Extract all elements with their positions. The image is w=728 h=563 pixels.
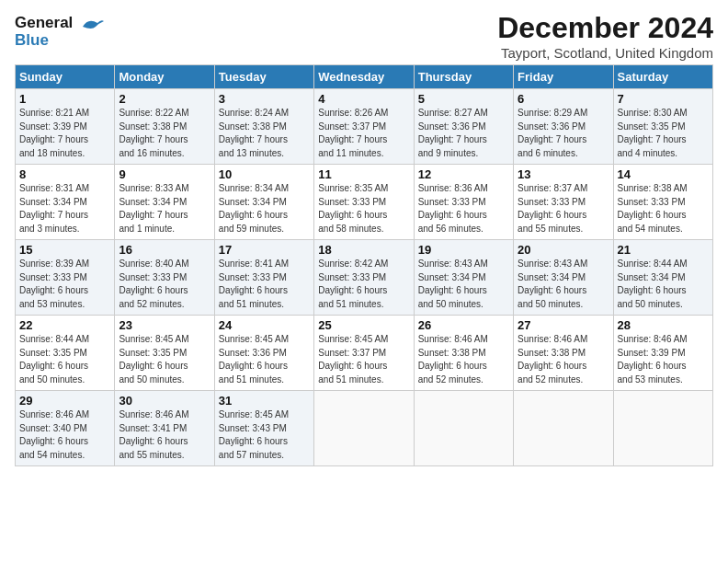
day-number: 26: [418, 318, 509, 332]
day-info: Sunrise: 8:45 AM Sunset: 3:43 PM Dayligh…: [219, 408, 310, 462]
day-info: Sunrise: 8:34 AM Sunset: 3:34 PM Dayligh…: [219, 182, 310, 236]
day-number: 13: [518, 167, 609, 181]
day-info: Sunrise: 8:26 AM Sunset: 3:37 PM Dayligh…: [318, 107, 409, 160]
day-cell: 25Sunrise: 8:45 AM Sunset: 3:37 PM Dayli…: [314, 316, 414, 391]
day-cell: 11Sunrise: 8:35 AM Sunset: 3:33 PM Dayli…: [314, 165, 414, 240]
day-number: 12: [418, 167, 509, 181]
day-number: 2: [119, 92, 210, 106]
day-info: Sunrise: 8:29 AM Sunset: 3:36 PM Dayligh…: [518, 107, 609, 160]
day-cell: 26Sunrise: 8:46 AM Sunset: 3:38 PM Dayli…: [414, 316, 513, 391]
day-info: Sunrise: 8:45 AM Sunset: 3:36 PM Dayligh…: [219, 333, 310, 386]
day-number: 7: [618, 92, 709, 106]
title-block: December 2024 Tayport, Scotland, United …: [497, 11, 713, 61]
day-number: 3: [219, 92, 310, 106]
main-container: General Blue December 2024 Tayport, Scot…: [0, 0, 728, 474]
day-cell: 10Sunrise: 8:34 AM Sunset: 3:34 PM Dayli…: [214, 165, 313, 240]
logo: General Blue: [15, 15, 105, 49]
day-info: Sunrise: 8:35 AM Sunset: 3:33 PM Dayligh…: [318, 182, 409, 236]
day-cell: 23Sunrise: 8:45 AM Sunset: 3:35 PM Dayli…: [115, 316, 214, 391]
day-info: Sunrise: 8:40 AM Sunset: 3:33 PM Dayligh…: [119, 258, 210, 311]
day-info: Sunrise: 8:43 AM Sunset: 3:34 PM Dayligh…: [418, 258, 509, 311]
location-subtitle: Tayport, Scotland, United Kingdom: [497, 45, 713, 61]
day-cell: 15Sunrise: 8:39 AM Sunset: 3:33 PM Dayli…: [16, 240, 115, 316]
day-info: Sunrise: 8:21 AM Sunset: 3:39 PM Dayligh…: [19, 107, 110, 160]
day-cell: 6Sunrise: 8:29 AM Sunset: 3:36 PM Daylig…: [514, 89, 613, 165]
week-row-5: 29Sunrise: 8:46 AM Sunset: 3:40 PM Dayli…: [16, 391, 713, 466]
day-number: 1: [19, 92, 110, 106]
month-title: December 2024: [497, 11, 713, 45]
day-cell: 22Sunrise: 8:44 AM Sunset: 3:35 PM Dayli…: [16, 316, 115, 391]
col-thursday: Thursday: [414, 65, 513, 89]
day-info: Sunrise: 8:44 AM Sunset: 3:34 PM Dayligh…: [618, 258, 709, 311]
day-info: Sunrise: 8:39 AM Sunset: 3:33 PM Dayligh…: [19, 258, 110, 311]
day-number: 29: [19, 394, 110, 408]
day-number: 21: [618, 243, 709, 257]
col-saturday: Saturday: [613, 65, 712, 89]
day-cell: 28Sunrise: 8:46 AM Sunset: 3:39 PM Dayli…: [613, 316, 712, 391]
day-number: 6: [518, 92, 609, 106]
header: General Blue December 2024 Tayport, Scot…: [15, 11, 713, 61]
day-number: 4: [318, 92, 409, 106]
day-number: 17: [219, 243, 310, 257]
day-info: Sunrise: 8:46 AM Sunset: 3:38 PM Dayligh…: [518, 333, 609, 386]
day-number: 27: [518, 318, 609, 332]
day-number: 16: [119, 243, 210, 257]
day-number: 25: [318, 318, 409, 332]
day-info: Sunrise: 8:46 AM Sunset: 3:41 PM Dayligh…: [119, 408, 210, 462]
day-info: Sunrise: 8:46 AM Sunset: 3:40 PM Dayligh…: [19, 408, 110, 462]
header-row: Sunday Monday Tuesday Wednesday Thursday…: [16, 65, 713, 89]
calendar-table: Sunday Monday Tuesday Wednesday Thursday…: [15, 64, 713, 466]
week-row-1: 1Sunrise: 8:21 AM Sunset: 3:39 PM Daylig…: [16, 89, 713, 165]
day-cell: [613, 391, 712, 466]
day-cell: 27Sunrise: 8:46 AM Sunset: 3:38 PM Dayli…: [514, 316, 613, 391]
day-info: Sunrise: 8:38 AM Sunset: 3:33 PM Dayligh…: [618, 182, 709, 236]
day-number: 31: [219, 394, 310, 408]
day-info: Sunrise: 8:41 AM Sunset: 3:33 PM Dayligh…: [219, 258, 310, 311]
day-info: Sunrise: 8:22 AM Sunset: 3:38 PM Dayligh…: [119, 107, 210, 160]
week-row-2: 8Sunrise: 8:31 AM Sunset: 3:34 PM Daylig…: [16, 165, 713, 240]
day-cell: 17Sunrise: 8:41 AM Sunset: 3:33 PM Dayli…: [214, 240, 313, 316]
week-row-4: 22Sunrise: 8:44 AM Sunset: 3:35 PM Dayli…: [16, 316, 713, 391]
calendar-body: 1Sunrise: 8:21 AM Sunset: 3:39 PM Daylig…: [16, 89, 713, 466]
day-cell: [414, 391, 513, 466]
day-number: 23: [119, 318, 210, 332]
day-number: 10: [219, 167, 310, 181]
day-number: 28: [618, 318, 709, 332]
day-info: Sunrise: 8:31 AM Sunset: 3:34 PM Dayligh…: [19, 182, 110, 236]
day-cell: 16Sunrise: 8:40 AM Sunset: 3:33 PM Dayli…: [115, 240, 214, 316]
logo-line1: General: [15, 15, 105, 32]
col-friday: Friday: [514, 65, 613, 89]
day-info: Sunrise: 8:27 AM Sunset: 3:36 PM Dayligh…: [418, 107, 509, 160]
day-info: Sunrise: 8:45 AM Sunset: 3:37 PM Dayligh…: [318, 333, 409, 386]
day-number: 5: [418, 92, 509, 106]
day-info: Sunrise: 8:24 AM Sunset: 3:38 PM Dayligh…: [219, 107, 310, 160]
day-number: 15: [19, 243, 110, 257]
day-info: Sunrise: 8:30 AM Sunset: 3:35 PM Dayligh…: [618, 107, 709, 160]
day-cell: 13Sunrise: 8:37 AM Sunset: 3:33 PM Dayli…: [514, 165, 613, 240]
day-cell: 30Sunrise: 8:46 AM Sunset: 3:41 PM Dayli…: [115, 391, 214, 466]
day-number: 18: [318, 243, 409, 257]
day-number: 22: [19, 318, 110, 332]
day-cell: 21Sunrise: 8:44 AM Sunset: 3:34 PM Dayli…: [613, 240, 712, 316]
day-cell: [514, 391, 613, 466]
day-cell: 1Sunrise: 8:21 AM Sunset: 3:39 PM Daylig…: [16, 89, 115, 165]
day-cell: [314, 391, 414, 466]
day-number: 9: [119, 167, 210, 181]
day-info: Sunrise: 8:46 AM Sunset: 3:39 PM Dayligh…: [618, 333, 709, 386]
day-info: Sunrise: 8:43 AM Sunset: 3:34 PM Dayligh…: [518, 258, 609, 311]
day-number: 19: [418, 243, 509, 257]
col-monday: Monday: [115, 65, 214, 89]
day-cell: 18Sunrise: 8:42 AM Sunset: 3:33 PM Dayli…: [314, 240, 414, 316]
day-number: 14: [618, 167, 709, 181]
day-info: Sunrise: 8:44 AM Sunset: 3:35 PM Dayligh…: [19, 333, 110, 386]
day-cell: 8Sunrise: 8:31 AM Sunset: 3:34 PM Daylig…: [16, 165, 115, 240]
col-tuesday: Tuesday: [214, 65, 313, 89]
day-number: 24: [219, 318, 310, 332]
day-cell: 14Sunrise: 8:38 AM Sunset: 3:33 PM Dayli…: [613, 165, 712, 240]
logo-line2: Blue: [15, 32, 105, 50]
day-cell: 29Sunrise: 8:46 AM Sunset: 3:40 PM Dayli…: [16, 391, 115, 466]
day-cell: 24Sunrise: 8:45 AM Sunset: 3:36 PM Dayli…: [214, 316, 313, 391]
day-cell: 7Sunrise: 8:30 AM Sunset: 3:35 PM Daylig…: [613, 89, 712, 165]
day-info: Sunrise: 8:42 AM Sunset: 3:33 PM Dayligh…: [318, 258, 409, 311]
day-cell: 19Sunrise: 8:43 AM Sunset: 3:34 PM Dayli…: [414, 240, 513, 316]
